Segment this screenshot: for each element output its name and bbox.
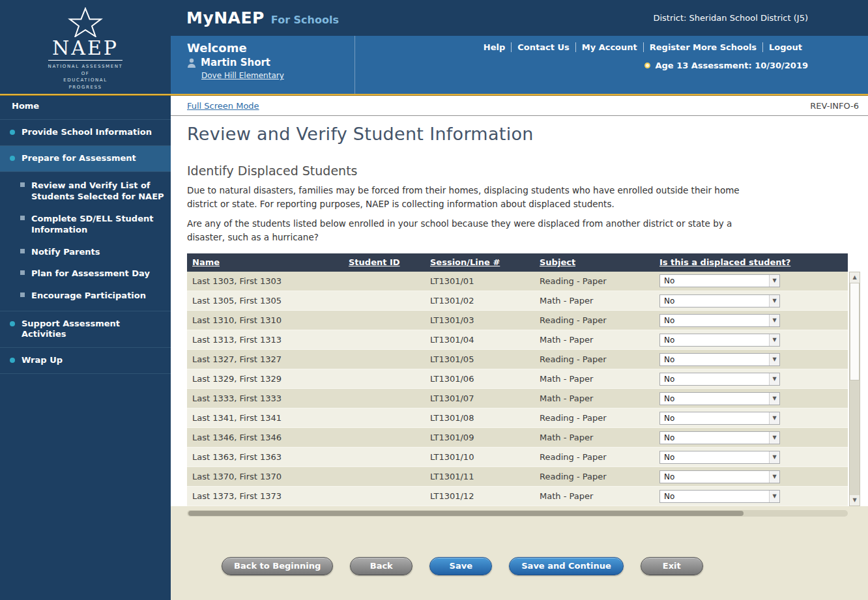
action-buttons: Back to Beginning Back Save Save and Con…: [171, 557, 868, 575]
horizontal-scrollbar[interactable]: [187, 510, 848, 517]
contact-us-link[interactable]: Contact Us: [512, 42, 575, 52]
student-name-cell: Last 1327, First 1327: [187, 350, 343, 369]
displaced-cell: No ▼: [654, 311, 848, 330]
column-header-name[interactable]: Name: [187, 253, 343, 272]
selected-value: No: [660, 276, 769, 285]
displaced-student-select[interactable]: No ▼: [659, 431, 780, 444]
displaced-cell: No ▼: [654, 428, 848, 448]
column-header-displaced[interactable]: Is this a displaced student?: [654, 253, 848, 272]
save-button[interactable]: Save: [429, 557, 492, 575]
sidebar-item-wrap-up[interactable]: Wrap Up: [0, 348, 171, 374]
subject-cell: Math - Paper: [534, 428, 654, 448]
table-row: Last 1346, First 1346 LT1301/09 Math - P…: [187, 428, 848, 448]
user-header: Welcome Martin Short Dove Hill Elementar…: [171, 36, 868, 94]
sidebar-item-home[interactable]: Home: [0, 94, 171, 120]
student-name-cell: Last 1333, First 1333: [187, 389, 343, 408]
displaced-student-select[interactable]: No ▼: [659, 334, 780, 347]
session-line-cell: LT1301/08: [425, 408, 534, 428]
sidebar-item-support-assessment-activities[interactable]: Support Assessment Activities: [0, 311, 171, 349]
exit-button[interactable]: Exit: [641, 557, 703, 575]
student-id-cell: [343, 389, 425, 408]
student-name-cell: Last 1310, First 1310: [187, 311, 343, 330]
selected-value: No: [660, 355, 769, 364]
table-row: Last 1313, First 1313 LT1301/04 Math - P…: [187, 330, 848, 350]
main-column: MyNAEP For Schools District: Sheridan Sc…: [171, 0, 868, 600]
welcome-block: Welcome Martin Short Dove Hill Elementar…: [171, 36, 355, 94]
column-header-session-line[interactable]: Session/Line #: [425, 253, 534, 272]
page-code: REV-INFO-6: [810, 101, 859, 111]
logout-link[interactable]: Logout: [763, 42, 808, 52]
displaced-student-select[interactable]: No ▼: [659, 470, 780, 483]
header-utility: HelpContact UsMy AccountRegister More Sc…: [355, 36, 868, 94]
scroll-up-icon[interactable]: ▲: [850, 272, 860, 283]
dropdown-arrow-icon: ▼: [769, 373, 779, 385]
sidebar-item-prepare-for-assessment[interactable]: Prepare for Assessment: [0, 146, 171, 172]
student-id-cell: [343, 487, 425, 506]
table-row: Last 1305, First 1305 LT1301/02 Math - P…: [187, 291, 848, 311]
column-header-subject[interactable]: Subject: [534, 253, 654, 272]
star-icon: [67, 7, 104, 37]
sidebar-item-provide-school-information[interactable]: Provide School Information: [0, 120, 171, 146]
register-more-schools-link[interactable]: Register More Schools: [644, 42, 763, 52]
sidebar-item-review-verify-students[interactable]: Review and Verify List of Students Selec…: [0, 175, 171, 208]
vertical-scrollbar-thumb[interactable]: [850, 283, 860, 380]
displaced-student-select[interactable]: No ▼: [659, 294, 780, 307]
help-link[interactable]: Help: [478, 42, 512, 52]
table-row: Last 1303, First 1303 LT1301/01 Reading …: [187, 272, 848, 291]
my-account-link[interactable]: My Account: [576, 42, 644, 52]
selected-value: No: [660, 433, 769, 442]
displaced-student-select[interactable]: No ▼: [659, 392, 780, 405]
session-line-cell: LT1301/07: [425, 389, 534, 408]
prepare-subsection: Review and Verify List of Students Selec…: [0, 172, 171, 311]
displaced-student-select[interactable]: No ▼: [659, 412, 780, 425]
session-line-cell: LT1301/11: [425, 467, 534, 487]
displaced-student-select[interactable]: No ▼: [659, 373, 780, 386]
selected-value: No: [660, 316, 769, 325]
displaced-cell: No ▼: [654, 330, 848, 350]
student-id-cell: [343, 311, 425, 330]
table-row: Last 1327, First 1327 LT1301/05 Reading …: [187, 350, 848, 369]
gold-divider: [0, 94, 868, 96]
sidebar-item-plan-for-assessment-day[interactable]: Plan for Assessment Day: [0, 263, 171, 285]
subject-cell: Math - Paper: [534, 487, 654, 506]
displaced-student-select[interactable]: No ▼: [659, 353, 780, 366]
app-subtitle: For Schools: [271, 10, 339, 26]
sidebar-item-complete-sdell-information[interactable]: Complete SD/ELL Student Information: [0, 208, 171, 241]
vertical-scrollbar[interactable]: ▲ ▼: [849, 272, 860, 506]
vertical-scrollbar-track[interactable]: [850, 380, 860, 495]
horizontal-scrollbar-thumb[interactable]: [188, 511, 744, 516]
bullet-icon: [10, 321, 15, 326]
selected-value: No: [660, 472, 769, 481]
dropdown-arrow-icon: ▼: [769, 412, 779, 424]
utility-links: HelpContact UsMy AccountRegister More Sc…: [355, 42, 808, 52]
student-table-body: Last 1303, First 1303 LT1301/01 Reading …: [187, 272, 848, 506]
subject-cell: Reading - Paper: [534, 272, 654, 291]
sidebar-item-encourage-participation[interactable]: Encourage Participation: [0, 285, 171, 307]
app-title: MyNAEP: [186, 8, 265, 27]
full-screen-mode-link[interactable]: Full Screen Mode: [187, 101, 259, 111]
displaced-student-select[interactable]: No ▼: [659, 451, 780, 464]
back-to-beginning-button[interactable]: Back to Beginning: [222, 557, 333, 575]
student-name-cell: Last 1313, First 1313: [187, 330, 343, 350]
subject-cell: Math - Paper: [534, 369, 654, 389]
main-content: Full Screen Mode REV-INFO-6 Review and V…: [171, 94, 868, 600]
table-row: Last 1310, First 1310 LT1301/03 Reading …: [187, 311, 848, 330]
displaced-student-select[interactable]: No ▼: [659, 490, 780, 503]
student-name-cell: Last 1341, First 1341: [187, 408, 343, 428]
student-table: Name Student ID Session/Line # Subject I…: [187, 253, 848, 507]
sidebar-item-notify-parents[interactable]: Notify Parents: [0, 241, 171, 263]
column-header-student-id[interactable]: Student ID: [343, 253, 425, 272]
displaced-student-select[interactable]: No ▼: [659, 314, 780, 327]
student-id-cell: [343, 350, 425, 369]
intro-paragraph: Due to natural disasters, families may b…: [187, 184, 742, 211]
displaced-student-select[interactable]: No ▼: [659, 274, 780, 287]
session-line-cell: LT1301/12: [425, 487, 534, 506]
school-link[interactable]: Dove Hill Elementary: [201, 71, 284, 80]
selected-value: No: [660, 492, 769, 501]
student-id-cell: [343, 428, 425, 448]
back-button[interactable]: Back: [350, 557, 412, 575]
student-id-cell: [343, 467, 425, 487]
save-and-continue-button[interactable]: Save and Continue: [509, 557, 624, 575]
scroll-down-icon[interactable]: ▼: [850, 495, 860, 506]
dropdown-arrow-icon: ▼: [769, 315, 779, 326]
